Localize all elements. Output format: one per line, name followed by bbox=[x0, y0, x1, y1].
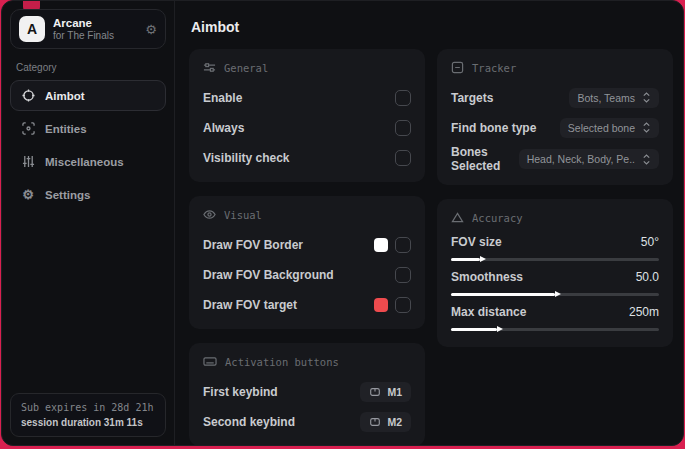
page-title: Aimbot bbox=[191, 19, 671, 35]
max-distance-slider[interactable] bbox=[451, 328, 659, 331]
mouse-icon bbox=[369, 416, 381, 428]
tracker-card-header: Tracker bbox=[451, 61, 659, 74]
app-window: A Arcane for The Finals ⚙ Category Aimbo… bbox=[1, 0, 684, 446]
sidebar-item-settings[interactable]: ⚙ Settings bbox=[10, 179, 166, 210]
slider-fill bbox=[451, 258, 480, 261]
setting-row-bones-selected: Bones Selected Head, Neck, Body, Pe.. bbox=[451, 145, 659, 173]
left-column: General Enable Always Visibility check bbox=[189, 49, 425, 445]
keyboard-icon bbox=[203, 355, 217, 368]
triangle-icon bbox=[451, 211, 464, 224]
row-label: Draw FOV target bbox=[203, 298, 297, 312]
card-title: General bbox=[224, 62, 268, 74]
setting-row-fov-target: Draw FOV target bbox=[203, 292, 411, 317]
slider-thumb[interactable] bbox=[480, 256, 486, 262]
sidebar-item-label: Aimbot bbox=[45, 90, 85, 102]
setting-row-fov-background: Draw FOV Background bbox=[203, 262, 411, 287]
sliders-icon bbox=[21, 155, 35, 168]
accuracy-card: Accuracy FOV size 50° bbox=[437, 199, 673, 347]
eye-icon bbox=[203, 208, 216, 221]
row-label: Visibility check bbox=[203, 151, 290, 165]
row-label: Find bone type bbox=[451, 121, 536, 135]
smoothness-value: 50.0 bbox=[636, 270, 659, 284]
general-card: General Enable Always Visibility check bbox=[189, 49, 425, 182]
visibility-check-checkbox[interactable] bbox=[395, 150, 411, 166]
row-label: Enable bbox=[203, 91, 242, 105]
card-title: Visual bbox=[224, 209, 262, 221]
category-label: Category bbox=[16, 62, 160, 73]
activation-buttons-card: Activation buttons First keybind M1 bbox=[189, 343, 425, 445]
sidebar-item-miscellaneous[interactable]: Miscellaneous bbox=[10, 146, 166, 177]
brand-header: A Arcane for The Finals ⚙ bbox=[10, 9, 166, 49]
row-label: Max distance bbox=[451, 305, 526, 319]
row-label: First keybind bbox=[203, 385, 278, 399]
max-distance-value: 250m bbox=[629, 305, 659, 319]
dropdown-value: Head, Neck, Body, Pe.. bbox=[527, 153, 635, 165]
setting-row-targets: Targets Bots, Teams bbox=[451, 85, 659, 110]
crosshair-icon bbox=[21, 89, 35, 102]
row-label: Draw FOV Border bbox=[203, 238, 303, 252]
row-label: Targets bbox=[451, 91, 493, 105]
fov-target-checkbox[interactable] bbox=[395, 297, 411, 313]
slider-thumb[interactable] bbox=[555, 291, 561, 297]
smoothness-slider[interactable] bbox=[451, 293, 659, 296]
brand-logo: A bbox=[19, 16, 45, 42]
mouse-icon bbox=[369, 386, 381, 398]
bones-selected-dropdown[interactable]: Head, Neck, Body, Pe.. bbox=[519, 149, 659, 169]
row-label: Always bbox=[203, 121, 244, 135]
gear-icon: ⚙ bbox=[21, 188, 35, 201]
sidebar-nav: Aimbot Entities Miscellaneous bbox=[10, 80, 166, 212]
setting-row-visibility-check: Visibility check bbox=[203, 145, 411, 170]
setting-row-find-bone-type: Find bone type Selected bone bbox=[451, 115, 659, 140]
row-label: Bones Selected bbox=[451, 145, 519, 173]
targets-dropdown[interactable]: Bots, Teams bbox=[569, 88, 659, 108]
sliders-horizontal-icon bbox=[203, 61, 216, 74]
subscription-status-box: Sub expires in 28d 21h session duration … bbox=[10, 393, 166, 437]
fov-border-checkbox[interactable] bbox=[395, 237, 411, 253]
setting-row-enable: Enable bbox=[203, 85, 411, 110]
slider-fill bbox=[451, 293, 555, 296]
brand-text: Arcane for The Finals bbox=[53, 17, 114, 41]
row-label: Smoothness bbox=[451, 270, 523, 284]
find-bone-type-dropdown[interactable]: Selected bone bbox=[560, 118, 659, 138]
row-label: Second keybind bbox=[203, 415, 295, 429]
setting-row-max-distance: Max distance 250m bbox=[451, 305, 659, 331]
visual-card-header: Visual bbox=[203, 208, 411, 221]
setting-row-fov-border: Draw FOV Border bbox=[203, 232, 411, 257]
slider-thumb[interactable] bbox=[497, 326, 503, 332]
fov-target-color-swatch[interactable] bbox=[374, 298, 388, 312]
fov-background-checkbox[interactable] bbox=[395, 267, 411, 283]
gear-icon[interactable]: ⚙ bbox=[145, 23, 157, 36]
setting-row-first-keybind: First keybind M1 bbox=[203, 379, 411, 404]
fov-border-color-swatch[interactable] bbox=[374, 238, 388, 252]
chevrons-up-down-icon bbox=[642, 154, 651, 165]
sidebar-item-label: Settings bbox=[45, 189, 90, 201]
sidebar-item-label: Entities bbox=[45, 123, 87, 135]
setting-row-always: Always bbox=[203, 115, 411, 140]
brand-subtitle: for The Finals bbox=[53, 30, 114, 41]
row-label: FOV size bbox=[451, 235, 502, 249]
keybind-value: M2 bbox=[387, 416, 402, 428]
sidebar-item-entities[interactable]: Entities bbox=[10, 113, 166, 144]
accuracy-card-header: Accuracy bbox=[451, 211, 659, 224]
setting-row-fov-size: FOV size 50° bbox=[451, 235, 659, 261]
visual-card: Visual Draw FOV Border Draw FOV Backgrou… bbox=[189, 196, 425, 329]
sidebar-item-aimbot[interactable]: Aimbot bbox=[10, 80, 166, 111]
brand-name: Arcane bbox=[53, 17, 114, 29]
setting-row-second-keybind: Second keybind M2 bbox=[203, 409, 411, 434]
enable-checkbox[interactable] bbox=[395, 90, 411, 106]
card-title: Activation buttons bbox=[225, 356, 339, 368]
second-keybind-button[interactable]: M2 bbox=[360, 412, 411, 432]
frame-icon bbox=[451, 61, 464, 74]
sidebar: A Arcane for The Finals ⚙ Category Aimbo… bbox=[2, 1, 175, 445]
fov-size-value: 50° bbox=[641, 235, 659, 249]
fov-size-slider[interactable] bbox=[451, 258, 659, 261]
first-keybind-button[interactable]: M1 bbox=[360, 382, 411, 402]
setting-row-smoothness: Smoothness 50.0 bbox=[451, 270, 659, 296]
main-content: Aimbot General Enable bbox=[175, 1, 683, 445]
card-title: Tracker bbox=[472, 62, 516, 74]
session-duration-text: session duration 31m 11s bbox=[21, 417, 155, 428]
chevrons-up-down-icon bbox=[642, 92, 651, 103]
always-checkbox[interactable] bbox=[395, 120, 411, 136]
activation-card-header: Activation buttons bbox=[203, 355, 411, 368]
slider-fill bbox=[451, 328, 497, 331]
